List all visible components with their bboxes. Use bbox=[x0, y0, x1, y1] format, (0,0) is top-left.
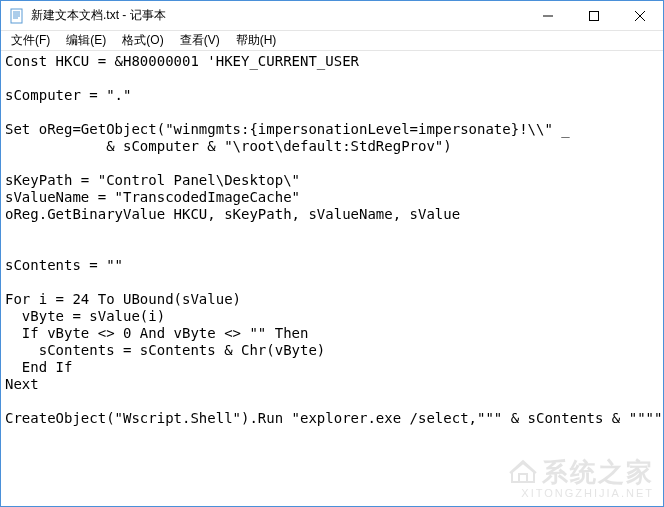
notepad-window: 新建文本文档.txt - 记事本 文件(F) 编辑(E) 格式(O) 查看(V)… bbox=[0, 0, 664, 507]
menu-help[interactable]: 帮助(H) bbox=[228, 30, 285, 51]
window-title: 新建文本文档.txt - 记事本 bbox=[31, 7, 525, 24]
close-button[interactable] bbox=[617, 1, 663, 30]
window-controls bbox=[525, 1, 663, 30]
text-area[interactable]: Const HKCU = &H80000001 'HKEY_CURRENT_US… bbox=[1, 51, 663, 506]
maximize-button[interactable] bbox=[571, 1, 617, 30]
notepad-icon bbox=[9, 8, 25, 24]
menu-view[interactable]: 查看(V) bbox=[172, 30, 228, 51]
menubar: 文件(F) 编辑(E) 格式(O) 查看(V) 帮助(H) bbox=[1, 31, 663, 51]
minimize-button[interactable] bbox=[525, 1, 571, 30]
svg-rect-6 bbox=[590, 11, 599, 20]
menu-edit[interactable]: 编辑(E) bbox=[58, 30, 114, 51]
menu-format[interactable]: 格式(O) bbox=[114, 30, 171, 51]
menu-file[interactable]: 文件(F) bbox=[3, 30, 58, 51]
titlebar: 新建文本文档.txt - 记事本 bbox=[1, 1, 663, 31]
